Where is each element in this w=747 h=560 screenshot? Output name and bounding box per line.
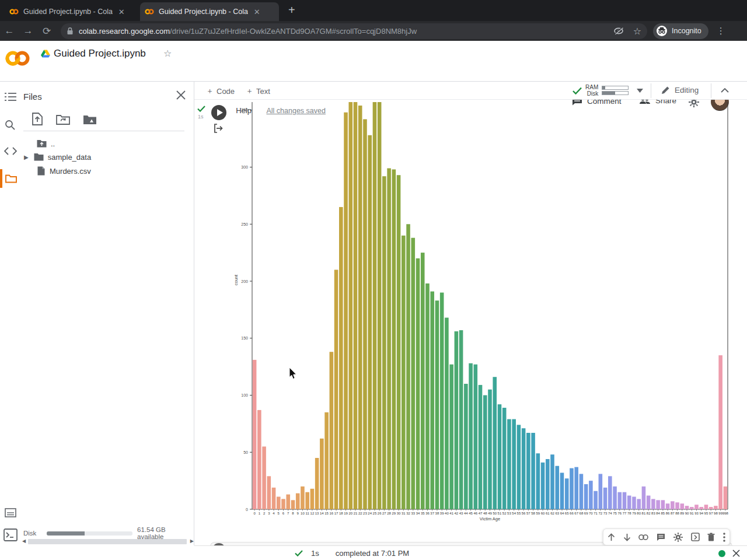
star-icon[interactable]: ☆ xyxy=(163,48,172,59)
code-snippets-icon[interactable] xyxy=(4,147,17,155)
x-tick-label: 39 xyxy=(440,512,444,515)
x-tick-label: 70 xyxy=(589,512,593,515)
link-icon[interactable] xyxy=(638,534,648,540)
incognito-label: Incognito xyxy=(672,27,701,35)
close-statusbar-icon[interactable] xyxy=(732,550,740,557)
chart-bar xyxy=(580,474,584,509)
bookmark-star-icon[interactable]: ☆ xyxy=(633,26,641,37)
chart-bar xyxy=(262,446,266,509)
add-text-button[interactable]: ＋Text xyxy=(246,86,270,96)
tree-item-parent[interactable]: .. xyxy=(22,137,191,150)
chart-bar xyxy=(483,396,487,510)
x-tick-label: 11 xyxy=(306,512,310,515)
tab-close-icon[interactable]: ✕ xyxy=(117,8,126,16)
mirror-cell-icon[interactable] xyxy=(691,533,700,541)
x-tick-label: 17 xyxy=(334,512,338,515)
x-tick-label: 26 xyxy=(378,512,382,515)
chart-bar xyxy=(704,505,708,509)
terminal-icon[interactable] xyxy=(4,528,18,541)
horizontal-scrollbar[interactable]: ◀ ▶ xyxy=(22,538,194,546)
open-output-icon[interactable] xyxy=(214,123,224,134)
divider xyxy=(711,83,711,98)
tree-item-label: Murders.csv xyxy=(50,167,91,176)
chart-bar xyxy=(339,207,343,509)
chart-bar xyxy=(555,466,559,509)
x-tick-label: 37 xyxy=(430,512,434,515)
x-tick-label: 45 xyxy=(469,512,473,515)
output-toolbar xyxy=(603,528,730,545)
chart-bar xyxy=(257,410,261,509)
chart-bar xyxy=(348,102,352,509)
refresh-folder-icon[interactable] xyxy=(56,114,70,125)
delete-trash-icon[interactable] xyxy=(707,533,715,541)
chart-bar xyxy=(714,506,718,509)
chart-bar xyxy=(560,473,564,509)
run-cell-button[interactable] xyxy=(211,105,226,120)
y-tick-label: 100 xyxy=(241,393,248,397)
chart-bar xyxy=(617,492,622,509)
resources-indicator[interactable]: RAM Disk xyxy=(573,84,643,97)
chart-bar xyxy=(685,506,689,509)
x-tick-label: 61 xyxy=(546,512,550,515)
notebook-title[interactable]: Guided Project.ipynb xyxy=(54,48,146,60)
x-tick-label: 7 xyxy=(287,512,289,515)
x-tick-label: 13 xyxy=(315,512,319,515)
comment-icon[interactable] xyxy=(657,533,665,541)
y-tick-label: 300 xyxy=(241,165,248,169)
chart-bar xyxy=(627,496,631,509)
address-bar[interactable]: colab.research.google.com/drive/1uZ7uJZe… xyxy=(61,23,647,39)
x-tick-label: 2 xyxy=(263,512,266,515)
x-tick-label: 63 xyxy=(555,512,559,515)
new-tab-button[interactable]: + xyxy=(288,4,295,17)
chart-bar xyxy=(536,453,540,509)
chart-bar xyxy=(680,503,685,509)
chart-bar xyxy=(354,102,358,509)
upload-file-icon[interactable] xyxy=(32,113,43,125)
eye-blocked-icon[interactable] xyxy=(613,27,624,35)
chevron-down-icon[interactable] xyxy=(637,89,643,93)
x-tick-label: 60 xyxy=(541,512,545,515)
move-cell-down-icon[interactable] xyxy=(623,533,631,541)
output-panel-icon[interactable] xyxy=(5,508,16,517)
scroll-left-arrow[interactable]: ◀ xyxy=(22,538,26,544)
more-vert-icon[interactable] xyxy=(723,533,725,542)
chart-bar xyxy=(594,491,598,509)
x-tick-label: 57 xyxy=(526,512,530,515)
chart-bar xyxy=(459,330,463,509)
chart-bar xyxy=(570,468,574,509)
x-tick-label: 85 xyxy=(661,512,665,515)
colab-favicon xyxy=(9,7,19,16)
gear-icon[interactable] xyxy=(673,533,683,542)
chevron-right-icon[interactable]: ▶ xyxy=(24,154,29,160)
tree-item-murders-csv[interactable]: Murders.csv xyxy=(22,164,191,178)
back-icon[interactable]: ← xyxy=(0,25,19,37)
url-host: colab.research.google.com xyxy=(79,27,170,36)
browser-tab-2[interactable]: Guided Project.ipynb - Cola ✕ xyxy=(140,2,279,21)
tree-item-label: sample_data xyxy=(48,153,91,162)
tab-close-icon[interactable]: ✕ xyxy=(253,8,261,16)
close-icon[interactable] xyxy=(176,90,186,100)
browser-menu-icon[interactable]: ⋮ xyxy=(717,26,725,36)
search-icon[interactable] xyxy=(5,120,15,130)
disk-usage-bar xyxy=(47,531,132,536)
chart-bar xyxy=(724,487,728,509)
files-folder-icon[interactable] xyxy=(5,174,17,183)
tree-item-sample-data[interactable]: ▶ sample_data xyxy=(22,150,191,164)
browser-tab-1[interactable]: Guided Project.ipynb - Cola ✕ xyxy=(5,2,138,21)
x-tick-label: 55 xyxy=(517,512,521,515)
collapse-chevron-up-icon[interactable] xyxy=(721,88,729,93)
chart-bar xyxy=(310,489,315,509)
victim-age-chart: 050100150200250300350count01234567891011… xyxy=(233,102,736,525)
move-cell-up-icon[interactable] xyxy=(608,533,615,541)
editing-mode-button[interactable]: Editing xyxy=(661,86,699,94)
mount-drive-icon[interactable] xyxy=(83,114,97,125)
table-of-contents-icon[interactable] xyxy=(5,92,16,102)
y-axis-label: count xyxy=(233,274,239,285)
add-code-button[interactable]: ＋Code xyxy=(206,86,235,96)
chart-bar xyxy=(526,433,530,509)
x-tick-label: 98 xyxy=(714,512,718,515)
browser-tab-strip: Guided Project.ipynb - Cola ✕ Guided Pro… xyxy=(0,0,747,21)
x-tick-label: 78 xyxy=(627,512,631,515)
reload-icon[interactable]: ⟳ xyxy=(37,25,56,37)
forward-icon[interactable]: → xyxy=(19,25,37,37)
